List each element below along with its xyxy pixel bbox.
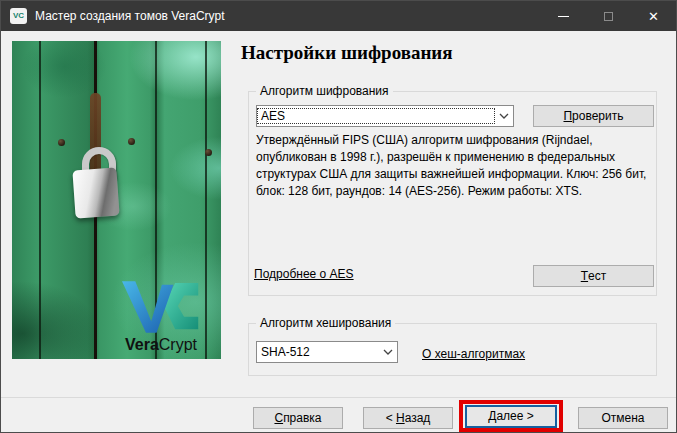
maximize-icon [604,12,613,21]
window-controls: ✕ [541,1,676,31]
minimize-button[interactable] [541,1,586,31]
veracrypt-app-icon: VC [10,8,27,24]
chevron-down-icon [379,349,397,355]
maximize-button [586,1,631,31]
cancel-button[interactable]: Отмена [578,407,668,429]
veracrypt-logo: VeraCrypt [111,279,211,353]
hash-group-label: Алгоритм хеширования [256,316,395,330]
encryption-algorithm-select[interactable]: AES [256,105,514,127]
help-button[interactable]: Справка [253,407,343,429]
footer-separator [1,397,676,398]
encryption-algorithm-value: AES [257,108,495,124]
more-about-aes-link[interactable]: Подробнее о AES [254,267,354,281]
screw-dot [205,149,212,156]
hash-algorithm-select[interactable]: SHA-512 [256,341,398,363]
padlock-body [72,168,119,219]
hash-info-link[interactable]: О хеш-алгоритмах [422,347,525,361]
veracrypt-wizard-window: VC Мастер создания томов VeraCrypt ✕ [0,0,677,433]
veracrypt-logo-text: VeraCrypt [111,336,211,353]
screw-dot [58,139,65,146]
dialog-client-area: VeraCrypt Настройки шифрования Алгоритм … [1,31,676,432]
minimize-icon [558,16,569,17]
verify-button[interactable]: Проверить [533,105,654,127]
benchmark-test-button[interactable]: Тест [533,265,654,287]
red-highlight-annotation: Далее > [459,400,563,432]
plank-seam [39,41,41,359]
screw-dot [128,138,135,145]
back-button[interactable]: < Назад [363,407,453,429]
hash-algorithm-value: SHA-512 [257,344,379,360]
encryption-group-label: Алгоритм шифрования [256,84,393,98]
close-button[interactable]: ✕ [631,1,676,31]
chevron-down-icon [495,113,513,119]
algorithm-description: Утверждённый FIPS (США) алгоритм шифрова… [256,132,656,200]
close-icon: ✕ [648,10,659,23]
veracrypt-logo-mark [122,279,200,335]
door-lock-photo: VeraCrypt [12,41,221,359]
titlebar[interactable]: VC Мастер создания томов VeraCrypt ✕ [1,1,676,31]
next-button[interactable]: Далее > [465,405,557,428]
window-title: Мастер создания томов VeraCrypt [35,9,225,23]
page-title: Настройки шифрования [241,42,453,64]
